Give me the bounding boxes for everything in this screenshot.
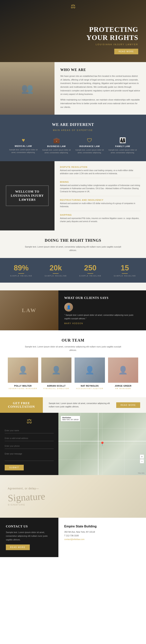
expertise-business: 💼 BUSINESS LAW Sample text. Lorem ipsum … [41,137,72,154]
service-restructuring: Restructuring and Insolvency Advised and… [60,199,140,211]
stat-3-number: 250 [73,264,108,272]
phone-input[interactable] [5,444,54,449]
stat-1-label: SAMPLE HEADLINE [4,275,39,277]
clients-section: LAW WHAT OUR CLIENTS SAYS 👤 " Sample tex… [0,290,146,330]
stat-2-label: SAMPLE HEADLINE [39,275,73,277]
stat-2-number: 20k [39,264,73,272]
service-dispute: Dispute Resolution Advised and represent… [60,166,140,178]
team-section: OUR TEAM Sample text. Lorem ipsum dolor … [0,330,146,397]
different-title: WE ARE DIFFERENT [8,122,138,127]
stat-2-divider [53,273,59,274]
consultation-right: Sample text. Lorem ipsum dolor sit amet,… [43,397,146,413]
family-icon: 👨‍👩‍👧 [107,137,138,144]
client-avatar: 👤 [64,303,73,312]
footer-cta-button[interactable]: READ MORE [6,544,30,550]
stat-3-divider [87,273,93,274]
form-scales-icon: ⚖ [5,418,54,425]
scales-icon: ⚖ [71,3,76,10]
person-icon-2: 👤 [51,366,61,375]
email-input[interactable] [5,436,54,441]
person-icon-3: 👤 [85,366,95,375]
doing-title: DOING THE RIGHT THINGS [8,238,138,243]
consultation-cta-button[interactable]: READ MORE [116,402,140,408]
services-left-inner: WELLCOM TO LOUISIANA INJURY LAWYERS [6,186,49,206]
team-name-4: Jorge Greer [108,385,138,387]
team-member-3: 👤 Nat Reynolds ACCOUNTANT-AUDITOR [75,358,105,390]
team-name-2: Adrian Scollt [41,385,72,387]
business-text: Sample text. Lorem ipsum dolor sit amet,… [41,148,72,154]
who-image-inner: 👥 [0,62,54,115]
consultation-left: GET FREE CONSULTATION [0,397,43,413]
map-road-v [98,413,99,475]
team-role-1: ADVERTISING MANAGER [8,388,38,390]
contact-form-section: ⚖ SUBMIT Manhattan New York, NY 10018 [0,413,146,475]
footer-website[interactable]: contact@elitellaw.com [64,538,85,540]
service-mining-text: Advised and assisted a leading Indian co… [60,184,140,193]
map-label: Manhattan New York, NY 10018 [61,416,80,421]
footer-building-title: Empire State Building [64,525,140,528]
team-member-2: 👤 Adrian Scollt FINANCIAL DIRECTOR [41,358,72,390]
person-icon-1: 👤 [18,366,28,375]
family-name: FAMILY LAW [107,145,138,148]
insurance-text: Sample text. Lorem ipsum dolor sit amet,… [74,148,105,154]
expertise-grid: ♥ MEDICAL LAW Sample text. Lorem ipsum d… [8,137,138,154]
footer-right: Empire State Building 350 5th Ave, New Y… [58,518,146,557]
people-icon: 👥 [21,83,33,94]
map-zoom-in-button[interactable]: + [140,454,144,459]
testimonial-text: " Sample text. Lorem ipsum dolor sit ame… [64,314,140,320]
clients-title: WHAT OUR CLIENTS SAYS [64,296,140,300]
business-name: BUSINESS LAW [41,145,72,148]
map-zoom-out-button[interactable]: − [140,459,144,464]
service-shipping-text: Advised and represented P&I clubs, insur… [60,217,140,223]
map-area: Manhattan New York, NY 10018 📍 + − Map d… [58,413,146,475]
name-input[interactable] [5,428,54,433]
business-icon: 💼 [41,137,72,144]
footer-address: 350 5th Ave, New York, NY 10118 [64,530,140,534]
map-city: Manhattan [62,417,71,418]
map-address: New York, NY 10018 [62,418,79,420]
team-member-1: 👤 Polly Walter ADVERTISING MANAGER [8,358,38,390]
consultation-title: GET FREE CONSULTATION [4,402,39,408]
different-section: WE ARE DIFFERENT MAIN AREAS OF EXPERTISE… [0,115,146,161]
doing-body: Sample text. Lorem ipsum dolor sit amet,… [24,245,122,252]
who-body-1: We have grown into an established law fi… [60,74,140,96]
service-shipping-title: Shipping [60,214,140,216]
team-role-2: FINANCIAL DIRECTOR [41,388,72,390]
map-placeholder: Manhattan New York, NY 10018 📍 + − Map d… [58,413,146,475]
service-shipping: Shipping Advised and represented P&I clu… [60,214,140,226]
message-input[interactable] [5,451,54,461]
team-member-4: 👤 Jorge Greer HR MANAGER [108,358,138,390]
service-mining-title: Mining [60,181,140,183]
stats-row: 89% SAMPLE HEADLINE 20k SAMPLE HEADLINE … [0,258,146,282]
service-restructuring-title: Restructuring and Insolvency [60,199,140,201]
footer-left: CONTACT US Sample text. Lorem ipsum dolo… [0,518,58,557]
medical-name: MEDICAL LAW [8,145,39,147]
team-photo-3: 👤 [75,358,105,383]
map-controls: + − [140,454,144,464]
signature-content: Agreement, or delay— Signature SIGNATURE [0,487,146,506]
signature-cursive: Signature [8,490,45,504]
different-subtitle: MAIN AREAS OF EXPERTISE [8,129,138,131]
footer-info: 350 5th Ave, New York, NY 10118 T 212-73… [64,530,140,541]
medical-icon: ♥ [8,137,39,143]
team-title: OUR TEAM [8,338,138,342]
hero-cta-button[interactable]: READ MORE [114,49,138,54]
hero-subtitle: LOUISIANA INJURY LAWYER [87,43,138,46]
team-name-1: Polly Walter [8,385,38,387]
consultation-text: Sample text. Lorem ipsum dolor sit amet,… [49,402,112,408]
stat-4-label: SAMPLE HEADLINE [108,275,142,277]
footer-section: CONTACT US Sample text. Lorem ipsum dolo… [0,518,146,557]
expertise-insurance: 🛡 INSURANCE LAW Sample text. Lorem ipsum… [74,137,105,154]
doing-section: DOING THE RIGHT THINGS Sample text. Lore… [0,230,146,290]
clients-text-block: WHAT OUR CLIENTS SAYS 👤 " Sample text. L… [58,290,146,330]
team-photo-4: 👤 [108,358,138,383]
stat-2: 20k SAMPLE HEADLINE [39,264,73,277]
submit-button[interactable]: SUBMIT [5,465,24,470]
medical-text: Sample text. Lorem ipsum dolor sit amet,… [8,148,39,154]
contact-form-area: ⚖ SUBMIT [0,413,58,475]
insurance-icon: 🛡 [74,137,105,144]
services-left-title: WELLCOM TO LOUISIANA INJURY LAWYERS [10,190,44,202]
who-image: 👥 [0,62,54,115]
footer-phone: T 212-736-3100 [64,534,140,538]
expertise-medical: ♥ MEDICAL LAW Sample text. Lorem ipsum d… [8,137,39,154]
